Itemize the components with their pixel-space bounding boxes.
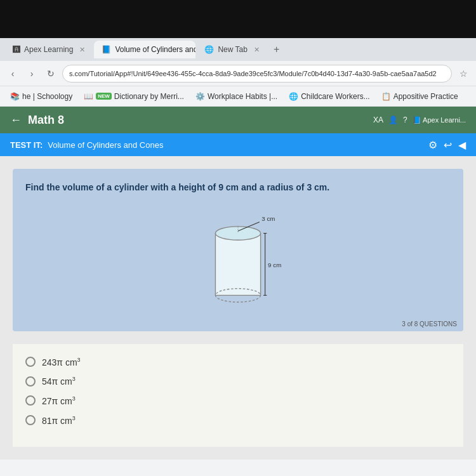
refresh-button[interactable]: ↻	[43, 66, 58, 81]
translate-icon[interactable]: XA	[373, 116, 383, 124]
cylinder-svg: 3 cm 9 cm	[181, 211, 295, 312]
tab-apex-close[interactable]: ✕	[79, 46, 85, 54]
refresh-test-icon[interactable]: ↩	[444, 139, 452, 151]
svg-text:3 cm: 3 cm	[261, 215, 275, 222]
bookmark-workplace-label: Workplace Habits |...	[208, 92, 277, 101]
bookmark-childcare-label: Childcare Workers...	[301, 92, 369, 101]
svg-text:9 cm: 9 cm	[268, 261, 281, 268]
childcare-icon: 🌐	[289, 92, 298, 101]
answer-radio-d[interactable]	[25, 415, 36, 425]
question-area: Find the volume of a cylinder with a hei…	[13, 169, 463, 331]
tab-volume-label: Volume of Cylinders and Cones	[115, 45, 195, 54]
answer-label-b: 54π cm3	[42, 376, 76, 387]
browser-window: 🅰 Apex Learning ✕ 📘 Volume of Cylinders …	[0, 38, 476, 476]
answer-label-c: 27π cm3	[42, 395, 76, 406]
tab-newtab-icon: 🌐	[204, 45, 214, 54]
answer-radio-a[interactable]	[25, 357, 36, 367]
bookmark-workplace[interactable]: ⚙️ Workplace Habits |...	[190, 91, 282, 102]
tab-apex-label: Apex Learning	[24, 45, 73, 54]
answer-label-d: 81π cm3	[42, 415, 76, 426]
settings-icon[interactable]: ⚙	[428, 139, 437, 151]
answer-radio-c[interactable]	[25, 395, 36, 406]
tab-volume-icon: 📘	[102, 45, 111, 54]
appositive-icon: 📋	[381, 92, 391, 101]
tab-newtab[interactable]: 🌐 New Tab ✕	[197, 41, 267, 58]
bookmark-appositive[interactable]: 📋 Appositive Practice	[376, 91, 463, 102]
apex-title: Math 8	[28, 114, 64, 127]
forward-button[interactable]: ›	[24, 66, 39, 81]
bookmark-appositive-label: Appositive Practice	[393, 92, 458, 101]
tab-newtab-close[interactable]: ✕	[254, 46, 260, 54]
tab-bar: 🅰 Apex Learning ✕ 📘 Volume of Cylinders …	[0, 38, 476, 61]
bookmark-childcare[interactable]: 🌐 Childcare Workers...	[284, 91, 374, 102]
tab-newtab-label: New Tab	[218, 45, 247, 54]
apex-logo: 📘 Apex Learni...	[413, 116, 466, 124]
schoology-icon: 📚	[10, 92, 20, 101]
cylinder-diagram: 3 cm 9 cm	[25, 204, 451, 319]
address-text: s.com/Tutorial/App#!Unit/649ee436-455c-4…	[69, 70, 437, 77]
answer-choice-b[interactable]: 54π cm3	[25, 376, 451, 387]
question-counter: 3 of 8 QUESTIONS	[402, 321, 457, 327]
tab-apex[interactable]: 🅰 Apex Learning ✕	[5, 41, 93, 58]
new-badge: NEW	[96, 93, 112, 100]
user-icon[interactable]: 👤	[388, 116, 398, 124]
dictionary-icon: 📖	[84, 92, 93, 101]
bookmark-schoology[interactable]: 📚 he | Schoology	[5, 91, 77, 102]
address-bar-row: ‹ › ↻ s.com/Tutorial/App#!Unit/649ee436-…	[0, 61, 476, 86]
back-button[interactable]: ‹	[5, 66, 20, 81]
bookmarks-bar: 📚 he | Schoology 📖 NEW Dictionary by Mer…	[0, 86, 476, 107]
tab-apex-icon: 🅰	[13, 45, 20, 54]
bookmark-dictionary-label: Dictionary by Merri...	[114, 92, 184, 101]
bookmark-dictionary[interactable]: 📖 NEW Dictionary by Merri...	[79, 91, 189, 102]
test-it-bar: TEST IT: Volume of Cylinders and Cones ⚙…	[0, 133, 476, 156]
test-it-title: Volume of Cylinders and Cones	[48, 140, 163, 150]
answer-choice-d[interactable]: 81π cm3	[25, 415, 451, 426]
apex-back-button[interactable]: ←	[10, 114, 22, 127]
bookmark-schoology-label: he | Schoology	[22, 92, 72, 101]
test-it-icons: ⚙ ↩ ◀	[428, 139, 466, 151]
answers-area: 243π cm3 54π cm3 27π cm3 81π cm3	[13, 344, 463, 447]
answer-label-a: 243π cm3	[42, 357, 81, 367]
close-test-icon[interactable]: ◀	[458, 139, 466, 151]
svg-rect-0	[215, 233, 260, 295]
test-it-label: TEST IT:	[10, 140, 43, 150]
address-bar[interactable]: s.com/Tutorial/App#!Unit/649ee436-455c-4…	[62, 65, 452, 83]
bookmark-button[interactable]: ☆	[456, 66, 471, 81]
new-tab-button[interactable]: +	[268, 41, 284, 58]
answer-radio-b[interactable]	[25, 376, 36, 387]
answer-choice-c[interactable]: 27π cm3	[25, 395, 451, 406]
answer-choice-a[interactable]: 243π cm3	[25, 357, 451, 367]
apex-header-right: XA 👤 ? 📘 Apex Learni...	[373, 116, 466, 124]
question-text: Find the volume of a cylinder with a hei…	[25, 182, 451, 194]
page-content: ← Math 8 XA 👤 ? 📘 Apex Learni... TEST IT…	[0, 107, 476, 459]
workplace-icon: ⚙️	[195, 92, 205, 101]
help-icon[interactable]: ?	[403, 116, 407, 124]
apex-header: ← Math 8 XA 👤 ? 📘 Apex Learni...	[0, 107, 476, 133]
svg-point-1	[215, 226, 260, 239]
tab-volume[interactable]: 📘 Volume of Cylinders and Cones ✕	[94, 41, 195, 58]
